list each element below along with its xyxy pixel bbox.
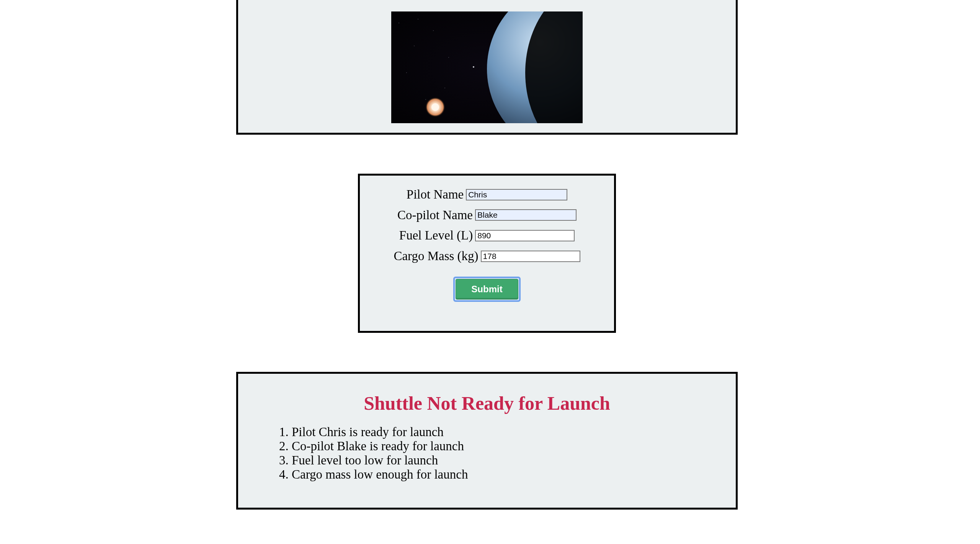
svg-point-9 (418, 19, 418, 20)
svg-point-3 (414, 46, 415, 46)
copilot-row: Co-pilot Name (360, 208, 614, 223)
submit-button[interactable]: Submit (456, 279, 518, 300)
list-item: Fuel level too low for launch (292, 453, 720, 467)
svg-point-14 (473, 66, 474, 68)
cargo-row: Cargo Mass (kg) (360, 249, 614, 264)
svg-point-8 (444, 88, 445, 88)
launch-status-list: Pilot Chris is ready for launch Co-pilot… (276, 425, 720, 482)
submit-wrap: Submit (360, 277, 614, 302)
cargo-mass-input[interactable] (481, 251, 580, 262)
planet-panel (236, 0, 738, 135)
fuel-row: Fuel Level (L) (360, 228, 614, 243)
svg-point-4 (406, 72, 407, 73)
svg-point-7 (425, 99, 426, 100)
pilot-name-input[interactable] (466, 189, 567, 200)
pilot-row: Pilot Name (360, 187, 614, 202)
svg-point-2 (399, 23, 399, 23)
planet-image (391, 11, 583, 123)
fuel-level-input[interactable] (475, 230, 575, 241)
launch-status-heading: Shuttle Not Ready for Launch (253, 392, 720, 414)
svg-point-11 (431, 103, 439, 111)
planet-panel-inner (238, 0, 736, 133)
launch-form: Pilot Name Co-pilot Name Fuel Level (L) … (358, 174, 616, 333)
list-item: Pilot Chris is ready for launch (292, 425, 720, 439)
svg-point-5 (433, 30, 434, 31)
fuel-label: Fuel Level (L) (399, 228, 473, 243)
pilot-label: Pilot Name (407, 187, 464, 202)
launch-status-panel: Shuttle Not Ready for Launch Pilot Chris… (236, 372, 738, 510)
svg-point-6 (448, 57, 449, 58)
submit-focus-ring: Submit (453, 277, 520, 302)
list-item: Co-pilot Blake is ready for launch (292, 439, 720, 453)
list-item: Cargo mass low enough for launch (292, 467, 720, 482)
copilot-name-input[interactable] (475, 209, 577, 221)
cargo-label: Cargo Mass (kg) (394, 249, 478, 264)
copilot-label: Co-pilot Name (397, 208, 473, 223)
